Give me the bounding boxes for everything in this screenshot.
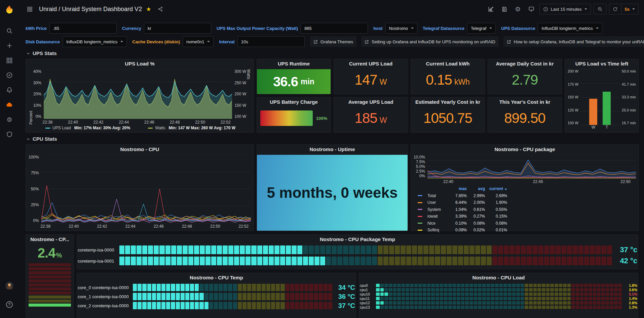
panel-title[interactable]: Current UPS Load	[334, 59, 408, 69]
row-header-ups-stats[interactable]: UPS Stats	[26, 50, 640, 56]
panel-estimated-yearly-cost: Estimated Yearly Cost in kr 1050.75	[411, 97, 485, 133]
panel-title[interactable]: UPS Runtime	[257, 59, 331, 69]
dashboard-link[interactable]: How to setup Grafana, InfluxDB and Teleg…	[503, 36, 644, 47]
led-bar-gauge[interactable]	[376, 292, 622, 296]
legend-series[interactable]: User	[418, 200, 446, 205]
panel-title[interactable]: Nostromo - CPU	[26, 145, 254, 154]
panel-title[interactable]: Current Load kWh	[411, 59, 485, 69]
row-header-cpu-stats[interactable]: CPU Stats	[26, 136, 640, 142]
variable-value[interactable]: .65	[49, 23, 117, 34]
dashboards-icon[interactable]	[3, 54, 15, 66]
led-bar-gauge[interactable]	[133, 293, 332, 300]
gauge-cell-row	[29, 287, 71, 290]
vertical-bar-gauge[interactable]	[29, 263, 71, 308]
panel-title[interactable]: Estimated Yearly Cost in kr	[411, 97, 485, 107]
configuration-gear-icon[interactable]: ⚙	[3, 113, 15, 126]
led-bar-gauge[interactable]	[376, 284, 622, 287]
bar-W[interactable]	[589, 99, 597, 125]
create-plus-icon[interactable]	[3, 40, 15, 52]
time-range-picker[interactable]: Last 15 minutes	[539, 4, 591, 14]
chevron-down-icon	[584, 8, 587, 10]
led-bar-gauge[interactable]	[119, 245, 612, 254]
variable-value[interactable]: kr	[144, 23, 211, 34]
external-link-icon	[313, 40, 318, 44]
external-link-icon	[365, 40, 369, 44]
legend-column-avg[interactable]: avg	[467, 186, 485, 191]
zoom-out-time-button[interactable]	[594, 4, 606, 14]
panel-title[interactable]: This Year's Cost in kr	[488, 97, 562, 107]
panel-title[interactable]: Nostromo - CPU Package Temp	[77, 235, 638, 244]
user-avatar[interactable]	[3, 280, 15, 292]
panel-title[interactable]: Average Daily Cost in kr	[488, 59, 562, 69]
panel-title[interactable]: Nostromo - Uptime	[257, 145, 408, 154]
chart-plot-ups-load[interactable]	[44, 69, 232, 119]
led-bar-gauge[interactable]	[119, 257, 612, 265]
panel-title[interactable]: UPS Load vs Time left	[565, 59, 639, 69]
legend-series[interactable]: System	[418, 207, 446, 212]
dashboard-settings-gear-icon[interactable]: ⚙	[513, 4, 523, 14]
panel-title[interactable]: Nostromo - CPU Temp	[77, 273, 356, 282]
legend-series[interactable]: iowait	[418, 214, 446, 219]
dashboard-link[interactable]: Setting up Grafana and InfluxDB for UPS …	[361, 36, 499, 47]
led-bar-gauge[interactable]	[376, 301, 622, 305]
variable-value[interactable]: InfluxDB longterm_metrics	[538, 23, 602, 34]
panel-title[interactable]: Nostromo - CPU package	[411, 145, 639, 154]
link-label: Grafana Themes	[320, 39, 353, 44]
legend-series[interactable]: Total	[418, 193, 446, 198]
help-icon[interactable]: ?	[3, 299, 15, 311]
panel-title[interactable]: UPS Battery Charge	[257, 97, 331, 107]
led-bar-gauge[interactable]	[133, 284, 332, 291]
led-row-label: core_1 coretemp-isa-0000	[78, 294, 129, 299]
bar-T[interactable]	[603, 92, 611, 125]
alerting-bell-icon[interactable]	[3, 84, 15, 96]
cloud-plugin-icon[interactable]	[3, 99, 15, 111]
variables-row-2: Disk DatasourceInfluxDB longterm_metrics…	[26, 36, 640, 47]
variable-value[interactable]: Telegraf	[467, 23, 496, 34]
search-icon[interactable]	[3, 25, 15, 37]
runtime-stat: 36.6min	[257, 69, 331, 94]
battery-gauge[interactable]	[260, 110, 313, 126]
variable-value[interactable]: nvme0n1	[183, 36, 214, 47]
led-row-core_2-coretemp-isa-0000: core_2 coretemp-isa-000037 °C	[78, 302, 355, 309]
led-row-label: coretemp-isa-0000	[78, 247, 115, 253]
add-panel-icon[interactable]	[486, 4, 496, 14]
panel-title[interactable]: Nostromo - CP...	[26, 235, 74, 244]
panel-title[interactable]: Nostromo - CPU Load	[359, 273, 638, 282]
led-bar-gauge[interactable]	[376, 306, 622, 309]
legend-item[interactable]: WattsMin: 147 W Max: 260 W Avg: 170 W	[148, 126, 235, 130]
dashboard-grid-icon[interactable]	[24, 4, 35, 14]
chart-plot-cpu-package[interactable]	[427, 155, 636, 178]
variable-label: kWh Price	[26, 26, 49, 31]
legend-column-max[interactable]: max	[446, 186, 467, 191]
explore-compass-icon[interactable]	[3, 69, 15, 81]
variable-value[interactable]: InfluxDB longterm_metrics	[63, 36, 127, 47]
dashboard-link[interactable]: Grafana Themes	[310, 36, 356, 47]
panel-title[interactable]: Average UPS Load	[334, 97, 408, 107]
bar-chart-plot[interactable]	[581, 69, 619, 125]
legend-item[interactable]: UPS LoadMin: 17% Max: 30% Avg: 20%	[45, 126, 130, 130]
legend-series[interactable]: Softirq	[418, 228, 446, 232]
share-icon[interactable]	[155, 4, 166, 14]
save-dashboard-icon[interactable]	[499, 4, 510, 14]
variable-value[interactable]: 10s	[237, 36, 305, 47]
row-header-label: UPS Stats	[33, 50, 57, 56]
time-range-label: Last 15 minutes	[551, 7, 582, 12]
chevron-down-icon	[26, 137, 30, 141]
led-bar-gauge[interactable]	[376, 297, 622, 300]
cycle-view-monitor-icon[interactable]	[526, 4, 537, 14]
legend-series[interactable]: Nice	[418, 221, 446, 226]
grafana-logo-icon[interactable]	[3, 3, 16, 16]
led-bar-gauge[interactable]	[376, 288, 622, 291]
chevron-down-icon	[120, 41, 123, 42]
led-bar-gauge[interactable]	[133, 302, 332, 309]
server-admin-shield-icon[interactable]	[3, 128, 15, 140]
variable-value[interactable]: 865	[301, 23, 368, 34]
chart-plot-cpu[interactable]	[41, 155, 251, 223]
panel-title[interactable]: UPS Load %	[26, 59, 254, 69]
refresh-button[interactable]	[609, 4, 621, 14]
refresh-interval-picker[interactable]: 5s	[621, 4, 639, 14]
variable-value[interactable]: Nostromo	[385, 23, 417, 34]
favorite-star-icon[interactable]: ★	[146, 6, 151, 12]
legend-column-current[interactable]: current	[485, 186, 507, 191]
x-axis-ticks: 22:3822:4022:4222:4422:4622:4822:5022:52	[41, 223, 251, 229]
